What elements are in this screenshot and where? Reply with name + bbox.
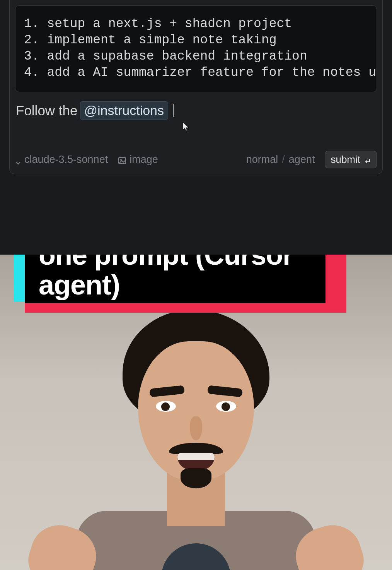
code-line: 1. setup a next.js + shadcn project xyxy=(24,16,368,32)
mode-normal-label[interactable]: normal xyxy=(246,154,278,166)
code-line: 4. add a AI summarizer feature for the n… xyxy=(24,65,368,81)
title-card-text: Build an app with one prompt (Cursor age… xyxy=(39,255,312,300)
title-card-body: Build an app with one prompt (Cursor age… xyxy=(25,255,326,303)
mode-separator: / xyxy=(282,154,285,166)
attach-image-button[interactable]: image xyxy=(118,154,158,166)
code-line: 2. implement a simple note taking xyxy=(24,32,368,48)
submit-button[interactable]: submit xyxy=(325,151,377,168)
mention-chip-instructions[interactable]: @instructions xyxy=(80,101,168,120)
text-caret xyxy=(173,104,174,117)
image-icon xyxy=(118,156,126,164)
cursor-pointer-icon xyxy=(182,122,190,132)
video-frame: Build an app with one prompt (Cursor age… xyxy=(0,255,392,570)
code-line: 3. add a supabase backend integration xyxy=(24,48,368,65)
attach-image-label: image xyxy=(130,154,158,166)
presenter-figure xyxy=(57,310,335,570)
chat-composer-panel: 1. setup a next.js + shadcn project 2. i… xyxy=(9,0,383,174)
model-name-label: claude-3.5-sonnet xyxy=(24,154,108,166)
submit-label: submit xyxy=(331,154,360,166)
instructions-code-block: 1. setup a next.js + shadcn project 2. i… xyxy=(15,5,377,92)
enter-key-icon xyxy=(363,156,371,164)
model-picker[interactable]: claude-3.5-sonnet xyxy=(15,154,108,166)
chevron-down-icon xyxy=(15,157,21,163)
prompt-input[interactable]: Follow the @instructions xyxy=(10,98,382,120)
composer-toolbar: claude-3.5-sonnet image normal / agent s… xyxy=(10,147,382,174)
mode-agent-label[interactable]: agent xyxy=(289,154,315,166)
title-card: Build an app with one prompt (Cursor age… xyxy=(14,255,336,313)
prompt-text-prefix: Follow the xyxy=(16,103,78,118)
mode-toggle[interactable]: normal / agent xyxy=(246,154,315,166)
